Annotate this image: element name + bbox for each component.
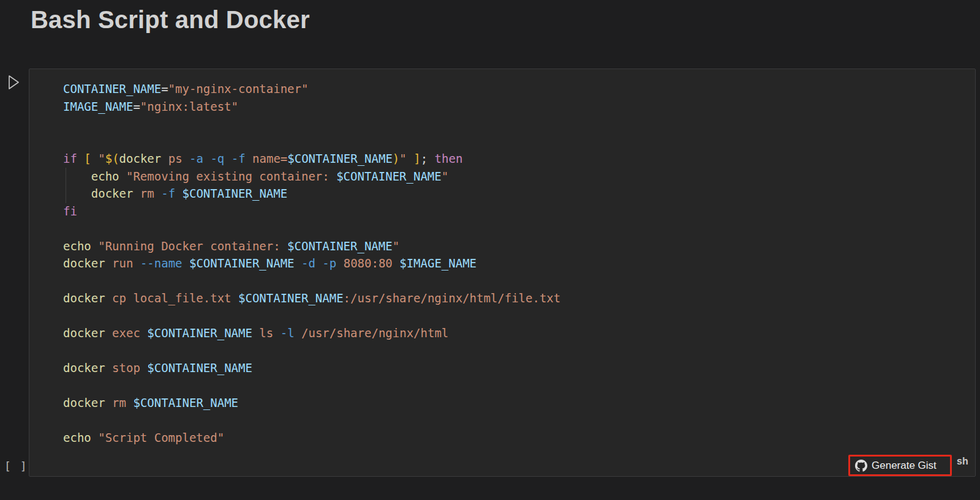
code-line: fi — [63, 203, 963, 220]
code-line — [63, 272, 963, 290]
code-line — [63, 342, 963, 360]
code-line — [63, 115, 963, 133]
code-line: docker exec $CONTAINER_NAME ls -l /usr/s… — [63, 324, 963, 342]
code-content[interactable]: CONTAINER_NAME="my-nginx-container"IMAGE… — [29, 69, 975, 476]
code-line: docker rm $CONTAINER_NAME — [63, 394, 963, 412]
code-line: if [ "$(docker ps -a -q -f name=$CONTAIN… — [63, 150, 963, 168]
code-line — [63, 377, 963, 395]
code-line: echo "Script Completed" — [63, 429, 963, 447]
code-line — [63, 220, 963, 237]
generate-gist-button[interactable]: Generate Gist — [850, 460, 941, 472]
code-line: echo "Running Docker container: $CONTAIN… — [63, 237, 963, 255]
code-line: CONTAINER_NAME="my-nginx-container" — [63, 80, 963, 98]
code-line: docker stop $CONTAINER_NAME — [63, 359, 963, 377]
run-cell-play-icon[interactable] — [8, 75, 20, 90]
code-line: docker rm -f $CONTAINER_NAME — [63, 185, 963, 203]
language-label: sh — [957, 456, 968, 467]
code-line: IMAGE_NAME="nginx:latest" — [63, 98, 963, 116]
generate-gist-label: Generate Gist — [872, 460, 937, 472]
cell-state-brackets-icon: [ ] — [4, 460, 28, 472]
page-title: Bash Script and Docker — [31, 6, 310, 34]
code-line: docker cp local_file.txt $CONTAINER_NAME… — [63, 289, 963, 307]
code-block: CONTAINER_NAME="my-nginx-container"IMAGE… — [29, 69, 976, 477]
code-line: docker run --name $CONTAINER_NAME -d -p … — [63, 255, 963, 272]
indent-guide — [66, 168, 66, 203]
code-line — [63, 412, 963, 430]
code-line: echo "Removing existing container: $CONT… — [63, 168, 963, 185]
gist-highlight-box: Generate Gist — [848, 455, 952, 476]
github-icon — [855, 460, 867, 472]
code-line — [63, 133, 963, 151]
code-line — [63, 307, 963, 325]
